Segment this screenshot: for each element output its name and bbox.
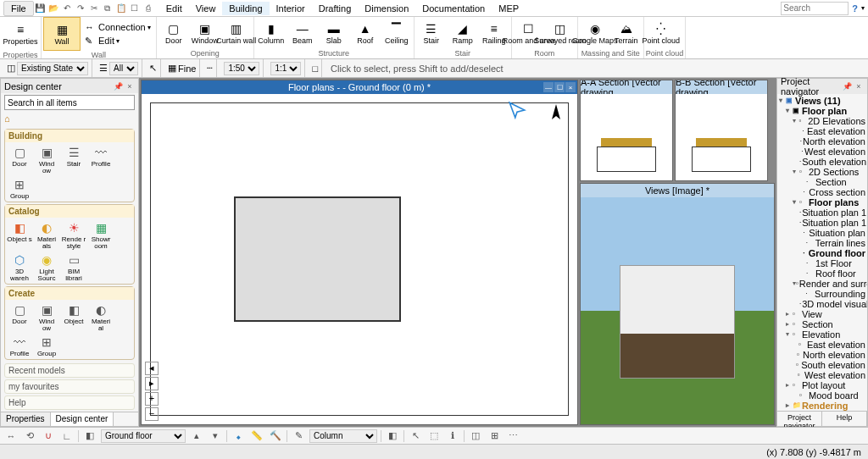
tree-node-north-elevation[interactable]: ·North elevation <box>777 136 867 147</box>
tree-node-ground-floor[interactable]: ·Ground floor <box>777 248 867 258</box>
tree-node-situation-plan[interactable]: ·Situation plan <box>777 228 867 238</box>
dc-tool-material-c[interactable]: ◐Materi al <box>88 301 114 332</box>
home-icon[interactable]: ⌂ <box>4 113 10 124</box>
dc-section-create[interactable]: Create <box>5 287 134 300</box>
nav-right-icon[interactable]: ▸ <box>145 377 159 390</box>
paste-icon[interactable]: 📋 <box>115 3 127 14</box>
tree-node-elevation[interactable]: ▾▫Elevation <box>777 329 867 340</box>
menu-view[interactable]: View <box>189 2 223 15</box>
dc-section-catalog[interactable]: Catalog <box>5 205 134 218</box>
column-button[interactable]: ▮Column <box>256 19 287 47</box>
section-b-canvas[interactable] <box>676 94 767 180</box>
dc-tool-materials[interactable]: ◐Materi als <box>34 219 59 250</box>
dc-tool-group[interactable]: ⊞Group <box>7 176 32 200</box>
tool-mode-select[interactable]: Column <box>309 429 377 443</box>
tool-up-icon[interactable]: ▴ <box>189 429 204 443</box>
render-canvas[interactable] <box>581 197 774 424</box>
tool-pointer-icon[interactable]: ↖ <box>408 429 423 443</box>
tree-node-roof-floor[interactable]: ·Roof floor <box>777 268 867 279</box>
tree-node-mood-board[interactable]: ▫Mood board <box>777 390 867 401</box>
tree-node-1st-floor[interactable]: ·1st Floor <box>777 258 867 268</box>
curtain-wall-button[interactable]: ▥Curtain wall <box>221 19 252 47</box>
dc-tool-objects[interactable]: ◧Object s <box>7 219 32 250</box>
tree-node-south-elevation[interactable]: ·South elevation <box>777 157 867 167</box>
floorplan-canvas[interactable]: ◂ ▸ + − <box>142 94 577 424</box>
save-icon[interactable]: 💾 <box>34 3 46 14</box>
tab-help[interactable]: Help <box>822 412 867 426</box>
tool-extra-icon[interactable]: ⋯ <box>505 429 520 443</box>
edit-button[interactable]: ✎Edit▾ <box>81 34 154 47</box>
tree-node-situation-plan-1-500[interactable]: ·Situation plan 1:500 <box>777 218 867 228</box>
ceiling-button[interactable]: ▔Ceiling <box>381 19 412 47</box>
google-maps-button[interactable]: ◉Google Maps <box>580 19 610 47</box>
menu-interior[interactable]: Interior <box>270 2 312 15</box>
stair-button[interactable]: ☰Stair <box>416 19 447 47</box>
menu-mep[interactable]: MEP <box>492 2 526 15</box>
tool-hammer-icon[interactable]: 🔨 <box>268 429 283 443</box>
tree-node-render-and-surrounding[interactable]: ▾▫Render and surrounding <box>777 279 867 289</box>
dc-tool-render-style[interactable]: ☀Rende r style <box>61 219 86 250</box>
search-input[interactable] <box>781 2 849 15</box>
tool-eraser-icon[interactable]: ◧ <box>385 429 400 443</box>
dc-tool-stair[interactable]: ☰Stair <box>61 144 86 174</box>
close-icon[interactable]: × <box>565 82 576 92</box>
tree-node-west-elevation[interactable]: ▫West elevation <box>777 370 867 380</box>
close-icon[interactable]: × <box>125 81 135 91</box>
nav-left-icon[interactable]: ◂ <box>145 362 159 375</box>
menu-edit[interactable]: Edit <box>159 2 189 15</box>
new-icon[interactable]: ☐ <box>129 3 141 14</box>
state-select[interactable]: Existing State <box>17 62 88 75</box>
tool-snap-icon[interactable]: ⬥ <box>231 429 246 443</box>
view-title-main[interactable]: Floor plans - - Ground floor (0 m) * —☐× <box>142 80 577 94</box>
minimize-icon[interactable]: — <box>543 82 554 92</box>
surveyed-room-button[interactable]: ◫Surveyed room <box>545 19 576 47</box>
dc-tool-window[interactable]: ▣Wind ow <box>34 144 59 174</box>
point-cloud-button[interactable]: ⁛Point cloud <box>646 19 676 47</box>
tree-node-2d-elevations[interactable]: ▾▫2D Elevations <box>777 116 867 126</box>
tool-measure-icon[interactable]: 📏 <box>249 429 264 443</box>
close-icon[interactable]: × <box>854 81 864 91</box>
tree-root[interactable]: ▾▣Views (11) <box>777 96 867 106</box>
tree-node-east-elevation[interactable]: ▫East elevation <box>777 340 867 350</box>
pin-icon[interactable]: 📌 <box>113 81 123 91</box>
dc-tool-light-source[interactable]: ◉Light Sourc <box>34 252 59 282</box>
tab-project-navigator[interactable]: Project navigator <box>777 412 822 426</box>
dc-tool-profile-c[interactable]: 〰Profile <box>7 334 32 357</box>
tool-level-icon[interactable]: ◧ <box>82 429 97 443</box>
menu-building[interactable]: Building <box>222 2 269 15</box>
beam-button[interactable]: —Beam <box>287 19 318 47</box>
open-icon[interactable]: 📂 <box>47 3 59 14</box>
roof-button[interactable]: ▲Roof <box>350 19 381 47</box>
undo-icon[interactable]: ↶ <box>61 3 73 14</box>
arrow-icon[interactable]: ↖ <box>149 63 157 74</box>
connection-button[interactable]: ↔Connection▾ <box>81 20 154 34</box>
tool-magnet-icon[interactable]: ∪ <box>41 429 56 443</box>
tree-node-plot-layout[interactable]: ▸▫Plot layout <box>777 380 867 390</box>
layer-select[interactable]: All <box>109 62 138 75</box>
wall-button[interactable]: ▦Wall <box>43 17 81 51</box>
tree-node-view[interactable]: ▸▫View <box>777 309 867 319</box>
dropdown-icon[interactable]: ▾ <box>861 4 865 12</box>
dc-tool-group-c[interactable]: ⊞Group <box>34 334 59 357</box>
grid-icon[interactable]: ▦ <box>168 63 176 74</box>
tool-down-icon[interactable]: ▾ <box>208 429 223 443</box>
dc-tool-window-c[interactable]: ▣Wind ow <box>34 301 59 332</box>
section-a-canvas[interactable] <box>581 94 672 180</box>
dc-tool-door[interactable]: ▢Door <box>7 144 32 174</box>
zoom-in-icon[interactable]: + <box>145 392 159 406</box>
dc-tool-profile[interactable]: 〰Profile <box>88 144 114 174</box>
tree-node-rendering[interactable]: ▸📁Rendering <box>777 401 867 411</box>
tree-node-west-elevation[interactable]: ·West elevation <box>777 147 867 157</box>
dash-icon[interactable]: ┄ <box>207 63 213 74</box>
dc-tool-3d-warehouse[interactable]: ⬡3D wareh <box>7 252 32 282</box>
tab-design-center[interactable]: Design center <box>51 412 114 426</box>
tree-node-situation-plan-1-250[interactable]: ·Situation plan 1:250 <box>777 207 867 218</box>
menu-documentation[interactable]: Documentation <box>415 2 492 15</box>
tool-3d-icon[interactable]: ◫ <box>468 429 483 443</box>
scale2-select[interactable]: 1:1 <box>270 62 301 75</box>
tree-node-floor-plans[interactable]: ▾▫Floor plans <box>777 197 867 207</box>
tree-node-cross-section[interactable]: ·Cross section <box>777 187 867 197</box>
tree-node-surrounding[interactable]: ·Surrounding <box>777 289 867 299</box>
tree-node-floor-plan[interactable]: ▾▣Floor plan <box>777 106 867 116</box>
cut-icon[interactable]: ✂ <box>88 3 100 14</box>
